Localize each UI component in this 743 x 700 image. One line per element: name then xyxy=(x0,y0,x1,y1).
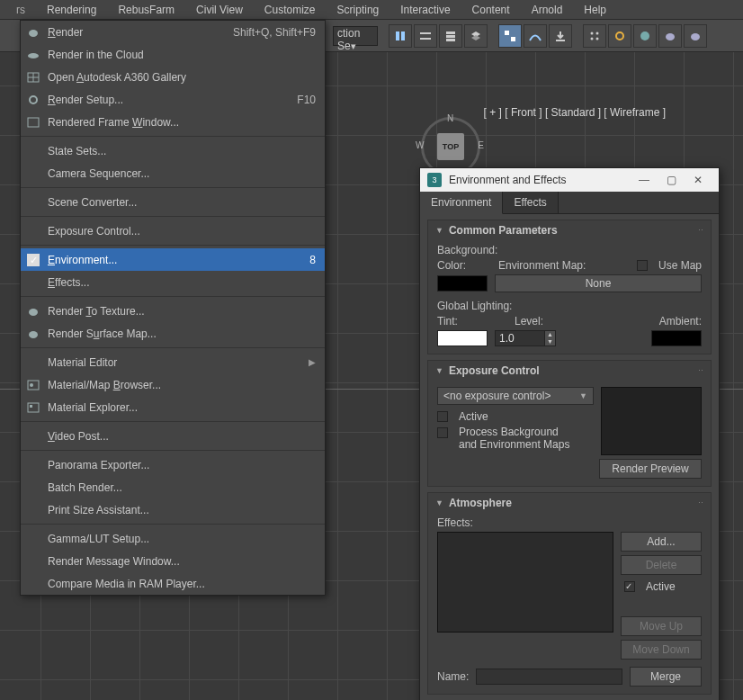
tool-mirror-icon[interactable] xyxy=(389,24,412,48)
svg-point-10 xyxy=(596,31,599,34)
tool-teapot-frame-icon[interactable] xyxy=(684,24,707,48)
menu-shortcut: 8 xyxy=(309,254,316,266)
tool-particles-icon[interactable] xyxy=(583,24,606,48)
menu-item[interactable]: Compare Media in RAM Player... xyxy=(21,572,325,595)
menu-item[interactable]: Render Message Window... xyxy=(21,550,325,572)
menu-item[interactable]: Open Autodesk A360 Gallery xyxy=(21,66,325,88)
exposure-type-select[interactable]: <no exposure control> ▼ xyxy=(437,387,594,405)
minimize-button[interactable]: — xyxy=(631,174,658,186)
menu-item[interactable]: Render Surface Map... xyxy=(21,322,325,345)
menu-item[interactable]: RenderShift+Q, Shift+F9 xyxy=(21,21,325,43)
add-button[interactable]: Add... xyxy=(621,532,702,552)
menu-item-label: Effects... xyxy=(42,276,316,289)
menu-item[interactable]: Material Explorer... xyxy=(21,396,325,418)
section-exposure-control: ▼ Exposure Control <no exposure control>… xyxy=(427,360,712,487)
tool-align-icon[interactable] xyxy=(414,24,437,48)
menu-item[interactable]: Panorama Exporter... xyxy=(21,453,325,476)
effects-list[interactable] xyxy=(437,532,613,633)
collapse-icon: ▼ xyxy=(435,226,443,235)
tool-gear-icon[interactable] xyxy=(608,24,631,48)
dialog-titlebar[interactable]: 3 Environment and Effects — ▢ ✕ xyxy=(420,168,719,192)
usemap-checkbox[interactable] xyxy=(637,260,648,271)
menu-item[interactable]: ✓Environment...8 xyxy=(21,248,325,271)
menu-item[interactable]: Camera Sequencer... xyxy=(21,162,325,184)
background-color-swatch[interactable] xyxy=(437,275,488,292)
level-label: Level: xyxy=(515,315,585,328)
submenu-arrow-icon: ▶ xyxy=(309,357,316,367)
svg-point-18 xyxy=(28,53,39,58)
tool-schematic-icon[interactable] xyxy=(498,24,522,48)
maximize-button[interactable]: ▢ xyxy=(658,174,685,186)
section-header-atmosphere[interactable]: ▼ Atmosphere xyxy=(428,493,711,513)
drag-handle-icon[interactable] xyxy=(698,501,703,505)
menu-item[interactable]: Render Setup...F10 xyxy=(21,88,325,111)
menu-item[interactable]: Render in the Cloud xyxy=(21,43,325,66)
drag-handle-icon[interactable] xyxy=(698,229,703,232)
menu-item[interactable]: Video Post... xyxy=(21,425,325,447)
svg-rect-7 xyxy=(505,31,509,35)
menu-item-help[interactable]: Help xyxy=(573,1,617,19)
menu-item-truncated[interactable]: rs xyxy=(5,1,36,19)
tool-download-icon[interactable] xyxy=(549,24,572,48)
name-input[interactable] xyxy=(476,669,622,685)
menu-item-label: Render Setup... xyxy=(42,94,297,106)
render-preview-button[interactable]: Render Preview xyxy=(599,459,702,479)
menu-item-rebusfarm[interactable]: RebusFarm xyxy=(107,1,185,19)
menu-item[interactable]: Rendered Frame Window... xyxy=(21,111,325,133)
tool-layers-icon[interactable] xyxy=(439,24,462,48)
menu-item[interactable]: Gamma/LUT Setup... xyxy=(21,527,325,550)
envmap-slot-button[interactable]: None xyxy=(495,274,702,292)
svg-rect-6 xyxy=(446,39,455,41)
menu-item-civilview[interactable]: Civil View xyxy=(185,1,254,19)
close-button[interactable]: ✕ xyxy=(685,174,712,186)
tint-color-swatch[interactable] xyxy=(437,330,488,346)
envmap-label: Environment Map: xyxy=(498,259,630,272)
drag-handle-icon[interactable] xyxy=(698,369,703,372)
svg-point-12 xyxy=(596,37,599,40)
section-header-exposure[interactable]: ▼ Exposure Control xyxy=(428,361,711,381)
svg-point-27 xyxy=(30,383,33,387)
menu-item-content[interactable]: Content xyxy=(461,1,521,19)
selection-set-dropdown[interactable]: ction Se▾ xyxy=(333,26,378,46)
tool-curve-icon[interactable] xyxy=(524,24,547,48)
spinner-arrows-icon[interactable]: ▲▼ xyxy=(545,330,556,346)
svg-rect-8 xyxy=(511,37,515,41)
menu-item[interactable]: Material/Map Browser... xyxy=(21,373,325,396)
level-spinner[interactable]: ▲▼ xyxy=(495,330,556,346)
menu-item[interactable]: Render To Texture... xyxy=(21,300,325,322)
atmosphere-active-label: Active xyxy=(646,580,676,593)
menu-item-label: Material/Map Browser... xyxy=(42,379,316,391)
menu-item[interactable]: State Sets... xyxy=(21,139,325,162)
menu-item[interactable]: Print Size Assistant... xyxy=(21,498,325,521)
svg-rect-29 xyxy=(30,405,32,408)
menu-item[interactable]: Exposure Control... xyxy=(21,220,325,242)
menu-item-customize[interactable]: Customize xyxy=(254,1,327,19)
moveup-button[interactable]: Move Up xyxy=(621,616,702,636)
menu-item-label: Camera Sequencer... xyxy=(42,167,316,180)
viewcube-face[interactable]: TOP xyxy=(437,133,464,160)
section-header-common[interactable]: ▼ Common Parameters xyxy=(428,220,711,240)
viewcube-n: N xyxy=(447,113,453,123)
svg-point-25 xyxy=(29,331,38,338)
menu-item-scripting[interactable]: Scripting xyxy=(327,1,390,19)
merge-button[interactable]: Merge xyxy=(630,667,702,687)
frame-icon xyxy=(24,117,42,128)
tab-environment[interactable]: Environment xyxy=(420,192,503,214)
level-input[interactable] xyxy=(495,330,545,346)
menu-item-rendering[interactable]: Rendering xyxy=(36,1,107,19)
ambient-color-swatch[interactable] xyxy=(651,330,702,346)
atmosphere-active-checkbox[interactable] xyxy=(624,581,635,592)
tool-material-icon[interactable] xyxy=(633,24,657,48)
menu-item-interactive[interactable]: Interactive xyxy=(389,1,461,19)
tab-effects[interactable]: Effects xyxy=(503,192,558,213)
delete-button[interactable]: Delete xyxy=(621,555,702,575)
menu-item[interactable]: Batch Render... xyxy=(21,476,325,498)
movedown-button[interactable]: Move Down xyxy=(621,640,702,660)
tool-teapot-render-icon[interactable] xyxy=(658,24,682,48)
menu-item[interactable]: Effects... xyxy=(21,271,325,293)
viewport-label[interactable]: [ + ] [ Front ] [ Standard ] [ Wireframe… xyxy=(484,106,666,119)
menu-item[interactable]: Scene Converter... xyxy=(21,191,325,213)
menu-item[interactable]: Material Editor▶ xyxy=(21,351,325,373)
menu-item-arnold[interactable]: Arnold xyxy=(521,1,574,19)
tool-stack-icon[interactable] xyxy=(464,24,488,48)
